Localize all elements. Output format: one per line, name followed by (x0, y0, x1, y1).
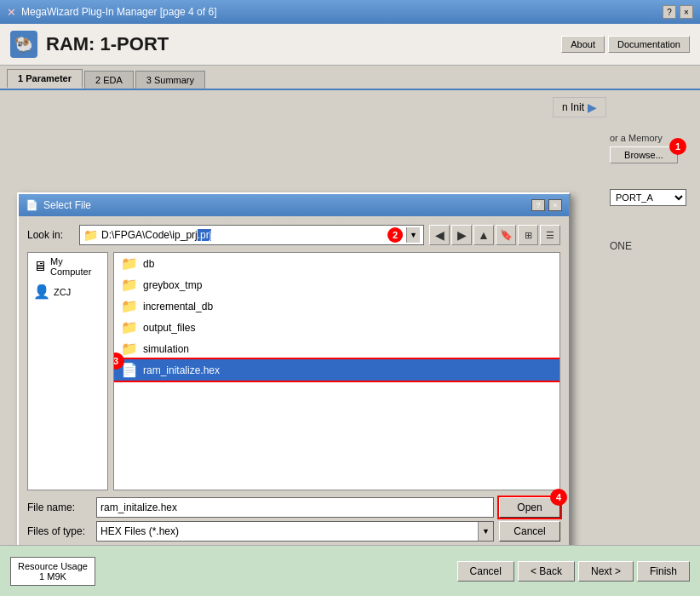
back-button[interactable]: < Back (518, 561, 575, 582)
nav-forward-btn[interactable]: ▶ (451, 225, 472, 245)
tab-summary[interactable]: 3 Summary (135, 71, 205, 89)
title-bar-controls: ? × (663, 5, 693, 19)
list-item[interactable]: 📁 db (114, 253, 559, 274)
dialog-close-btn[interactable]: × (548, 199, 562, 211)
port-section: PORT_A PORT_B (610, 189, 686, 206)
place-item-computer[interactable]: 🖥 My Computer (28, 253, 107, 280)
tab-parameter[interactable]: 1 Parameter (7, 69, 83, 89)
ram-icon: 🐏 (10, 31, 37, 58)
dialog-title-left: 📄 Select File (26, 199, 91, 211)
window-title: MegaWizard Plug-In Manager [page 4 of 6] (21, 6, 216, 18)
ram-header: 🐏 RAM: 1-PORT About Documentation (0, 24, 700, 66)
help-btn[interactable]: ? (663, 5, 676, 19)
content-area: n Init ▶ or a Memory 1 Browse... PORT_A … (0, 90, 700, 499)
filetype-text: HEX Files (*.hex) (97, 524, 478, 539)
file-label: greybox_tmp (143, 279, 202, 291)
folder-output-icon: 📁 (121, 319, 138, 335)
badge-2: 2 (387, 227, 403, 243)
place-item-zcj[interactable]: 👤 ZCJ (28, 280, 107, 303)
dialog-cancel-button[interactable]: Cancel (499, 521, 560, 542)
browse-wrap: 1 Browse... (610, 146, 678, 163)
badge-4: 4 (550, 489, 567, 506)
close-btn[interactable]: × (680, 5, 693, 19)
place-label-computer: My Computer (50, 256, 102, 277)
title-bar: ✕ MegaWizard Plug-In Manager [page 4 of … (0, 0, 700, 24)
list-item[interactable]: 📁 incremental_db (114, 295, 559, 317)
file-list-panel: 📁 db 📁 greybox_tmp 📁 incremental_db (113, 252, 560, 490)
nav-buttons: ◀ ▶ ▲ 🔖 ⊞ ☰ (429, 225, 560, 245)
about-button[interactable]: About (561, 36, 605, 53)
bottom-buttons: Cancel < Back Next > Finish (457, 561, 690, 582)
filetype-label: Files of type: (27, 525, 91, 537)
nav-list-btn[interactable]: ☰ (540, 225, 560, 245)
folder-greybox-icon: 📁 (121, 277, 138, 293)
dialog-title-bar: 📄 Select File ? × (19, 194, 569, 216)
file-area-container: 🖥 My Computer 👤 ZCJ 📁 db (27, 252, 560, 490)
step-arrow-icon: ▶ (588, 100, 597, 114)
dialog-title-text: Select File (43, 199, 91, 211)
filename-input[interactable] (96, 497, 494, 518)
open-btn-wrap: 4 Open (499, 497, 560, 518)
filename-row: File name: 4 Open (27, 497, 560, 518)
look-in-label: Look in: (27, 229, 74, 241)
place-label-zcj: ZCJ (54, 287, 71, 297)
documentation-button[interactable]: Documentation (608, 36, 690, 53)
dialog-question-btn[interactable]: ? (531, 199, 545, 211)
resource-box: Resource Usage 1 M9K (10, 557, 95, 586)
path-text: D:\FPGA\Code\ip_prj.prj (101, 229, 384, 241)
close-icon-x: ✕ (7, 6, 16, 19)
folder-incremental-icon: 📁 (121, 298, 138, 314)
folder-simulation-icon: 📁 (121, 341, 138, 357)
file-label: output_files (143, 322, 195, 334)
places-panel: 🖥 My Computer 👤 ZCJ (27, 252, 108, 490)
folder-icon: 📁 (83, 228, 98, 242)
filetype-dropdown-btn[interactable]: ▼ (478, 522, 493, 541)
file-label: incremental_db (143, 301, 213, 312)
finish-button[interactable]: Finish (637, 561, 690, 582)
main-window: ✕ MegaWizard Plug-In Manager [page 4 of … (0, 0, 700, 596)
file-label: ram_initalize.hex (143, 364, 220, 376)
port-select[interactable]: PORT_A PORT_B (610, 189, 686, 206)
filetype-select-wrap: HEX Files (*.hex) ▼ (96, 521, 494, 542)
step-indicator: n Init ▶ (553, 97, 606, 117)
computer-icon: 🖥 (33, 259, 47, 274)
select-file-dialog: 📄 Select File ? × Look in: 📁 D:\FPGA\Cod… (17, 192, 571, 552)
nav-back-btn[interactable]: ◀ (429, 225, 450, 245)
list-item[interactable]: 📁 simulation (114, 338, 559, 359)
file-label: db (143, 258, 154, 270)
list-item-selected[interactable]: 3 📄 ram_initalize.hex (114, 359, 559, 381)
nav-up-btn[interactable]: ▲ (473, 225, 494, 245)
dialog-title-controls: ? × (531, 199, 562, 211)
cancel-button[interactable]: Cancel (457, 561, 514, 582)
badge-1: 1 (669, 138, 686, 155)
n-init-label: n Init (562, 101, 584, 113)
nav-bookmark-btn[interactable]: 🔖 (496, 225, 516, 245)
resource-title: Resource Usage (18, 561, 88, 571)
list-item[interactable]: 📁 greybox_tmp (114, 274, 559, 295)
file-dialog-icon: 📄 (26, 199, 38, 211)
right-panel: or a Memory 1 Browse... PORT_A PORT_B ON… (610, 133, 686, 252)
filetype-row: Files of type: HEX Files (*.hex) ▼ Cance… (27, 521, 560, 542)
next-button[interactable]: Next > (578, 561, 634, 582)
file-label: simulation (143, 343, 189, 355)
header-buttons: About Documentation (561, 36, 690, 53)
ram-title-section: 🐏 RAM: 1-PORT (10, 31, 169, 58)
browse-button[interactable]: Browse... (610, 146, 678, 163)
user-icon: 👤 (33, 284, 50, 300)
tab-bar: 1 Parameter 2 EDA 3 Summary (0, 66, 700, 90)
resource-value: 1 M9K (18, 571, 88, 582)
title-bar-left: ✕ MegaWizard Plug-In Manager [page 4 of … (7, 6, 216, 19)
one-label: ONE (610, 240, 686, 252)
ram-title: RAM: 1-PORT (46, 33, 169, 55)
bottom-bar: Resource Usage 1 M9K Cancel < Back Next … (0, 545, 700, 596)
path-dropdown-btn[interactable]: ▼ (406, 227, 420, 243)
list-item[interactable]: 📁 output_files (114, 317, 559, 338)
nav-grid-btn[interactable]: ⊞ (518, 225, 538, 245)
tab-eda[interactable]: 2 EDA (84, 71, 134, 89)
look-in-row: Look in: 📁 D:\FPGA\Code\ip_prj.prj 2 ▼ ◀… (27, 225, 560, 245)
dialog-body: Look in: 📁 D:\FPGA\Code\ip_prj.prj 2 ▼ ◀… (19, 216, 569, 550)
folder-db-icon: 📁 (121, 255, 138, 272)
filename-label: File name: (27, 501, 91, 513)
look-in-path: 📁 D:\FPGA\Code\ip_prj.prj 2 ▼ (79, 225, 424, 245)
